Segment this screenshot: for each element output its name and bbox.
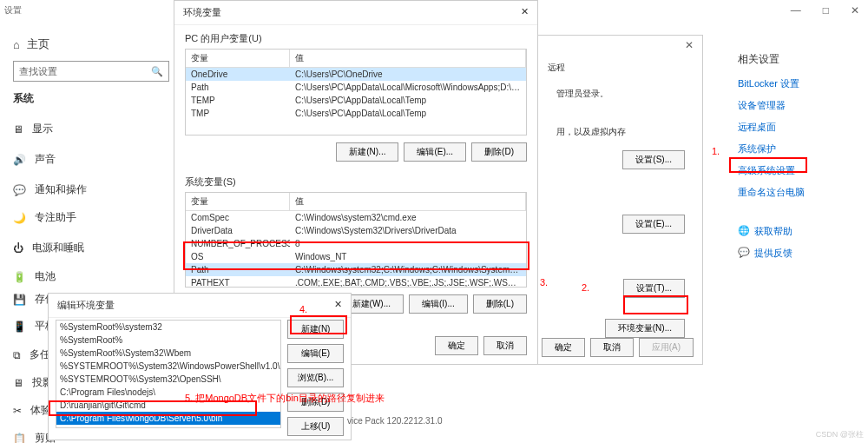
new-button[interactable]: 新建(N)... [336, 142, 398, 162]
table-row[interactable]: OSWindows_NT [186, 250, 526, 263]
close-icon[interactable]: ✕ [685, 39, 694, 51]
apply-button[interactable]: 应用(A) [639, 338, 694, 357]
user-vars-table[interactable]: 变量值 OneDriveC:\Users\PC\OneDrive PathC:\… [185, 49, 527, 136]
delete-button[interactable]: 删除(D) [471, 142, 527, 162]
list-item[interactable]: %SYSTEMROOT%\System32\WindowsPowerShell\… [56, 360, 280, 373]
search-input[interactable]: 查找设置 🔍 [13, 61, 169, 82]
experience-icon: ✂ [13, 405, 22, 417]
home-icon: ⌂ [13, 38, 20, 51]
list-item-mongodb[interactable]: C:\Program Files\MongoDB\Server\5.0\bin [56, 412, 280, 425]
edit-i-button[interactable]: 编辑(I)... [409, 294, 468, 314]
sysprops-text: 管理员登录。 [556, 88, 694, 100]
sidebar-item-sound[interactable]: 🔊声音 [13, 152, 56, 167]
maximize-icon[interactable]: □ [823, 4, 829, 17]
list-item[interactable]: %SystemRoot%\system32 [56, 321, 280, 334]
related-settings-panel: 相关设置 BitLocker 设置 设备管理器 远程桌面 系统保护 高级系统设置… [738, 52, 851, 268]
window-controls: — □ ✕ [791, 4, 859, 17]
link-rename-pc[interactable]: 重命名这台电脑 [738, 186, 851, 199]
focus-icon: 🌙 [13, 212, 26, 224]
project-icon: 🖥 [13, 377, 23, 389]
edit-button[interactable]: 编辑(E)... [404, 142, 466, 162]
sidebar-section: 系统 [13, 91, 34, 106]
sidebar-item-battery[interactable]: 🔋电池 [13, 269, 56, 284]
close-icon[interactable]: ✕ [851, 4, 859, 17]
table-row[interactable]: OneDriveC:\Users\PC\OneDrive [186, 68, 526, 81]
tablet-icon: 📱 [13, 321, 26, 333]
user-vars-label: PC 的用户变量(U) [174, 25, 537, 49]
display-icon: 🖥 [13, 123, 23, 136]
ok-button[interactable]: 确定 [435, 336, 478, 355]
sys-vars-table[interactable]: 变量值 ComSpecC:\Windows\system32\cmd.exe D… [185, 192, 527, 288]
up-button[interactable]: 上移(U) [287, 417, 344, 436]
sysprops-text2: 用，以及虚拟内存 [556, 126, 694, 138]
sound-icon: 🔊 [13, 154, 26, 166]
table-row[interactable]: PATHEXT.COM;.EXE;.BAT;.CMD;.VBS;.VBE;.JS… [186, 276, 526, 288]
env-vars-button[interactable]: 环境变量(N)... [605, 319, 685, 338]
list-item[interactable]: %SystemRoot% [56, 334, 280, 347]
table-row[interactable]: ComSpecC:\Windows\system32\cmd.exe [186, 211, 526, 224]
delete-l-button[interactable]: 删除(L) [473, 294, 527, 314]
list-item[interactable]: C:\Program Files\nodejs\ [56, 386, 280, 399]
ok-button[interactable]: 确定 [542, 338, 585, 357]
table-row[interactable]: PathC:\Users\PC\AppData\Local\Microsoft\… [186, 81, 526, 94]
footer-text: vice Pack 120.2212.31.0 [347, 416, 443, 426]
sidebar-item-notifications[interactable]: 💬通知和操作 [13, 182, 87, 197]
dialog-title: 环境变量 [183, 6, 221, 19]
sidebar-item-power[interactable]: ⏻电源和睡眠 [13, 241, 84, 255]
list-item[interactable]: %SYSTEMROOT%\System32\OpenSSH\ [56, 373, 280, 386]
search-icon: 🔍 [151, 66, 163, 77]
power-icon: ⏻ [13, 242, 23, 255]
help-icon: 🌐 [738, 225, 750, 238]
cancel-button[interactable]: 取消 [590, 338, 634, 357]
edit-button[interactable]: 编辑(E) [287, 344, 344, 363]
tab-remote[interactable]: 远程 [548, 62, 565, 74]
link-remote-desktop[interactable]: 远程桌面 [738, 121, 851, 134]
sys-vars-label: 系统变量(S) [174, 169, 537, 192]
list-item[interactable]: D:\ruanjian\git\Git\cmd [56, 399, 280, 412]
feedback-icon: 💬 [738, 247, 750, 260]
table-row[interactable]: TMPC:\Users\PC\AppData\Local\Temp [186, 107, 526, 120]
close-icon[interactable]: ✕ [334, 299, 342, 312]
clipboard-icon: 📋 [13, 433, 26, 444]
storage-icon: 💾 [13, 294, 26, 306]
dialog-title: 编辑环境变量 [57, 299, 115, 312]
home-link[interactable]: ⌂ 主页 [13, 36, 49, 52]
table-row[interactable]: TEMPC:\Users\PC\AppData\Local\Temp [186, 94, 526, 107]
path-list[interactable]: %SystemRoot%\system32 %SystemRoot% %Syst… [56, 320, 281, 428]
browse-button[interactable]: 浏览(B)... [287, 368, 344, 387]
cancel-button[interactable]: 取消 [483, 336, 527, 355]
settings-e-button[interactable]: 设置(E)... [622, 215, 685, 234]
link-bitlocker[interactable]: BitLocker 设置 [738, 77, 851, 90]
multitask-icon: ⧉ [13, 349, 21, 361]
related-title: 相关设置 [738, 52, 851, 67]
close-icon[interactable]: ✕ [521, 6, 529, 19]
link-device-manager[interactable]: 设备管理器 [738, 99, 851, 112]
delete-button[interactable]: 删除(D) [287, 393, 344, 412]
minimize-icon[interactable]: — [791, 4, 801, 17]
sidebar-item-display[interactable]: 🖥显示 [13, 122, 53, 136]
new-button[interactable]: 新建(N) [287, 320, 344, 339]
battery-icon: 🔋 [13, 271, 26, 283]
link-advanced-system[interactable]: 高级系统设置 [738, 164, 851, 177]
link-feedback[interactable]: 💬提供反馈 [738, 247, 851, 260]
edit-path-dialog: 编辑环境变量 ✕ %SystemRoot%\system32 %SystemRo… [48, 293, 352, 440]
table-row-path[interactable]: PathC:\Windows\system32;C:\Windows;C:\Wi… [186, 263, 526, 276]
sidebar-item-focus[interactable]: 🌙专注助手 [13, 210, 76, 225]
settings-t-button[interactable]: 设置(T)... [623, 279, 685, 298]
list-item[interactable]: %SystemRoot%\System32\Wbem [56, 347, 280, 360]
settings-title: 设置 [4, 4, 22, 17]
link-system-protection[interactable]: 系统保护 [738, 142, 851, 155]
table-row[interactable]: DriverDataC:\Windows\System32\Drivers\Dr… [186, 224, 526, 237]
sidebar-item-experience[interactable]: ✂体验 [13, 403, 51, 418]
notification-icon: 💬 [13, 184, 26, 196]
table-row[interactable]: NUMBER_OF_PROCESSORS8 [186, 237, 526, 250]
link-get-help[interactable]: 🌐获取帮助 [738, 225, 851, 238]
watermark: CSDN @张柱 [816, 429, 864, 440]
settings-s-button[interactable]: 设置(S)... [622, 150, 685, 169]
